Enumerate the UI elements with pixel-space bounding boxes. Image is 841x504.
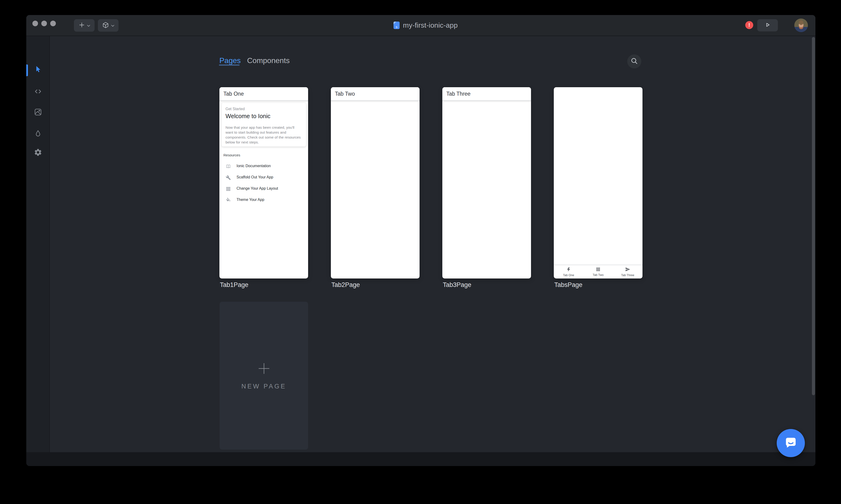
new-page-button[interactable]: NEW PAGE <box>220 302 308 450</box>
page-card-tab2[interactable]: Tab Two <box>331 87 419 278</box>
wrench-icon <box>226 175 231 180</box>
chevron-down-icon <box>111 23 114 28</box>
traffic-light-zoom-button[interactable] <box>50 21 56 26</box>
project-file-icon: s <box>394 22 400 29</box>
resource-label: Theme Your App <box>237 198 264 202</box>
page-card-tab1[interactable]: Tab One Get Started Welcome to Ionic Now… <box>219 87 308 278</box>
titlebar: s my-first-ionic-app ! <box>26 15 816 36</box>
error-badge-icon[interactable]: ! <box>745 21 753 29</box>
phone-tab-one: Tab One <box>554 265 583 278</box>
search-button[interactable] <box>627 54 641 69</box>
paint-icon <box>226 198 231 203</box>
preview-button[interactable] <box>98 19 119 32</box>
page-card-label: TabsPage <box>554 281 582 289</box>
sidebar-item-theme[interactable] <box>33 129 43 139</box>
sidebar-item-settings[interactable] <box>33 148 43 158</box>
tab-components[interactable]: Components <box>247 56 290 65</box>
vertical-scrollbar-thumb[interactable] <box>812 37 815 395</box>
sidebar-item-code[interactable] <box>33 87 43 97</box>
app-window: s my-first-ionic-app ! <box>26 15 816 466</box>
plus-icon <box>79 22 85 29</box>
traffic-light-minimize-button[interactable] <box>41 21 47 26</box>
phone-tab-label: Tab One <box>563 274 574 277</box>
resource-item: Change Your App Layout <box>219 183 308 195</box>
page-card-tab3[interactable]: Tab Three <box>442 87 531 278</box>
grid-icon <box>226 186 231 192</box>
sidebar-item-select[interactable] <box>33 65 43 75</box>
select-arrow-icon <box>34 66 42 74</box>
play-icon <box>764 21 771 29</box>
grid-icon <box>596 267 600 273</box>
resource-item: Ionic Documentation <box>219 161 308 172</box>
window-title-group: s my-first-ionic-app <box>394 15 458 36</box>
get-started-eyebrow: Get Started <box>225 107 245 111</box>
phone-tabbar: Tab One Tab Two Tab Three <box>554 265 642 278</box>
send-icon <box>625 267 630 273</box>
theme-drop-icon <box>34 129 42 139</box>
chat-bubble-icon <box>783 435 799 451</box>
phone-tab-two: Tab Two <box>583 265 613 278</box>
phone-tab-label: Tab Three <box>621 274 634 277</box>
get-started-card: Get Started Welcome to Ionic Now that yo… <box>222 103 306 146</box>
phone-tab-three: Tab Three <box>613 265 642 278</box>
resource-label: Ionic Documentation <box>237 164 271 168</box>
run-button[interactable] <box>757 19 778 31</box>
phone-header: Tab One <box>219 87 308 101</box>
page-card-label: Tab3Page <box>443 281 471 289</box>
get-started-body: Now that your app has been created, you'… <box>225 125 303 145</box>
file-badge-letter: s <box>394 25 400 29</box>
avatar[interactable] <box>794 19 808 32</box>
page-card-label: Tab1Page <box>220 281 248 289</box>
chevron-down-icon <box>87 23 90 28</box>
page-card-label: Tab2Page <box>331 281 360 289</box>
sidebar <box>26 36 49 452</box>
phone-tab-label: Tab Two <box>593 273 603 276</box>
plus-icon <box>257 361 271 377</box>
resources-title: Resources <box>223 153 240 157</box>
resource-item: Theme Your App <box>219 195 308 206</box>
code-icon <box>34 87 42 96</box>
sidebar-divider <box>49 36 50 452</box>
new-page-label: NEW PAGE <box>241 383 287 390</box>
titlebar-divider <box>26 36 816 36</box>
support-chat-button[interactable] <box>777 429 805 457</box>
settings-gear-icon <box>34 148 42 158</box>
cube-icon <box>102 22 109 30</box>
phone-header: Tab Three <box>442 87 531 101</box>
tab-pages-underline <box>219 65 240 66</box>
get-started-title: Welcome to Ionic <box>225 113 270 120</box>
window-footer <box>26 452 816 466</box>
traffic-light-close-button[interactable] <box>32 21 38 26</box>
resource-label: Scaffold Out Your App <box>237 175 273 179</box>
search-icon <box>630 57 638 66</box>
image-icon <box>34 108 42 117</box>
add-button[interactable] <box>74 19 95 32</box>
phone-header: Tab Two <box>331 87 419 101</box>
tab-pages[interactable]: Pages <box>219 56 241 65</box>
window-title: my-first-ionic-app <box>403 21 458 29</box>
sidebar-item-assets[interactable] <box>33 107 43 118</box>
page-card-tabs[interactable]: Tab One Tab Two Tab Three <box>554 87 642 278</box>
book-icon <box>226 164 231 169</box>
resource-item: Scaffold Out Your App <box>219 172 308 183</box>
resource-label: Change Your App Layout <box>237 186 278 191</box>
flash-icon <box>566 267 571 273</box>
sidebar-active-indicator <box>26 65 28 76</box>
